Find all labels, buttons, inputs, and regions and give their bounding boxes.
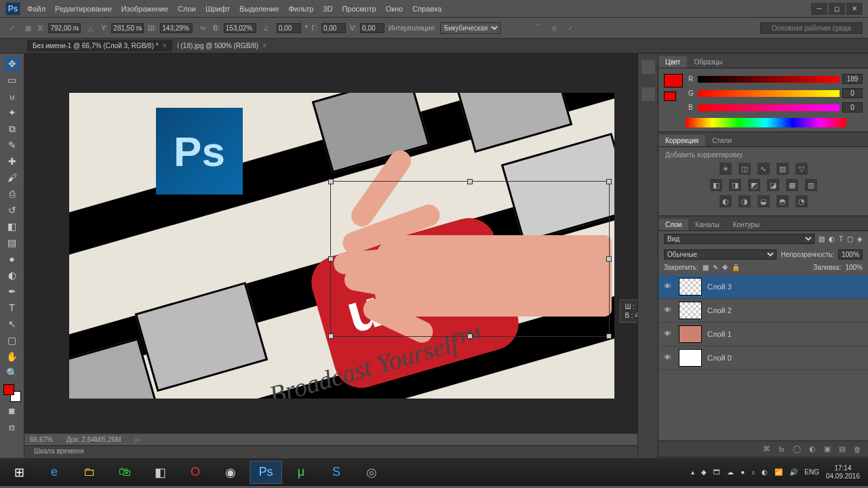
history-panel-icon[interactable] (642, 60, 655, 74)
tab-styles[interactable]: Стили (705, 135, 738, 146)
explorer-icon[interactable]: 🗀 (73, 461, 106, 484)
transform-handle[interactable] (606, 333, 612, 339)
invert-icon[interactable]: ◐ (719, 195, 732, 207)
visibility-icon[interactable]: 👁 (664, 329, 673, 339)
window-maximize-button[interactable]: ◻ (829, 3, 845, 15)
window-minimize-button[interactable]: ─ (811, 3, 827, 15)
opacity-value[interactable]: 100% (838, 249, 863, 260)
workspace-selector[interactable]: Основная рабочая среда (760, 22, 863, 34)
transform-handle[interactable] (328, 333, 334, 339)
layer-row[interactable]: 👁Слой 1 (658, 323, 868, 346)
menu-view[interactable]: Просмотр (342, 5, 376, 13)
menu-edit[interactable]: Редактирование (55, 5, 112, 13)
blend-mode-select[interactable]: Обычные (664, 249, 776, 260)
transform-handle[interactable] (606, 179, 612, 184)
swap-xy-icon[interactable]: △ (85, 22, 97, 34)
filter-type-icon[interactable]: T (839, 235, 843, 243)
app-icon[interactable]: ◧ (144, 461, 176, 484)
tray-clock[interactable]: 17:14 04.09.2016 (826, 464, 860, 481)
blur-tool[interactable]: ● (4, 251, 20, 266)
menu-file[interactable]: Файл (27, 5, 45, 13)
group-icon[interactable]: ▣ (824, 445, 831, 453)
menu-3d[interactable]: 3D (323, 5, 332, 13)
bg-color-swatch[interactable] (664, 92, 676, 101)
canvas-stage[interactable]: ube Broadcast Yourself™ Ps Ш : 7,86 см (24, 54, 637, 458)
transform-handle[interactable] (606, 256, 612, 262)
y-input[interactable] (111, 23, 144, 33)
document-tab-1[interactable]: Без имени-1 @ 66,7% (Слой 3, RGB/8) *× (27, 40, 172, 52)
lut-icon[interactable]: ▦ (786, 179, 798, 191)
gradient-tool[interactable]: ▤ (4, 235, 20, 250)
marquee-tool[interactable]: ▭ (4, 73, 20, 87)
tray-icon[interactable]: ◐ (762, 468, 768, 476)
g-value[interactable]: 0 (842, 88, 863, 98)
delete-layer-icon[interactable]: 🗑 (854, 445, 861, 453)
layer-thumb[interactable] (679, 349, 702, 367)
window-close-button[interactable]: ✕ (846, 3, 863, 15)
r-value[interactable]: 189 (842, 74, 863, 84)
tray-volume-icon[interactable]: 🔊 (789, 468, 797, 476)
move-tool[interactable]: ✥ (4, 56, 20, 71)
close-icon[interactable]: × (262, 42, 267, 49)
layer-filter-select[interactable]: Вид (664, 234, 814, 244)
tab-adjustments[interactable]: Коррекция (658, 135, 705, 146)
tray-icon[interactable]: ☁ (727, 468, 734, 476)
tray-icon[interactable]: 🗔 (713, 468, 720, 476)
utorrent-icon[interactable]: μ (285, 461, 317, 484)
menu-image[interactable]: Изображение (121, 5, 168, 13)
eraser-tool[interactable]: ◧ (4, 219, 20, 234)
shape-tool[interactable]: ▢ (4, 333, 20, 348)
filter-pixel-icon[interactable]: ▧ (818, 235, 825, 243)
lock-all-icon[interactable]: 🔒 (732, 264, 740, 271)
lasso-tool[interactable]: ⩁ (4, 89, 20, 104)
new-layer-icon[interactable]: ▤ (839, 445, 846, 453)
b-slider[interactable] (698, 104, 840, 111)
tray-icon[interactable]: ◆ (701, 468, 707, 476)
tab-swatches[interactable]: Образцы (687, 56, 729, 68)
hskew-input[interactable] (321, 23, 346, 33)
channel-mixer-icon[interactable]: ◪ (767, 179, 779, 191)
w-input[interactable] (160, 23, 193, 33)
layer-name[interactable]: Слой 0 (707, 354, 732, 362)
visibility-icon[interactable]: 👁 (664, 353, 673, 363)
b-value[interactable]: 0 (842, 102, 863, 113)
tab-paths[interactable]: Контуры (726, 219, 766, 230)
menu-filter[interactable]: Фильтр (288, 5, 313, 13)
menu-help[interactable]: Справка (412, 5, 441, 13)
layer-name[interactable]: Слой 3 (707, 283, 732, 291)
path-select-tool[interactable]: ↖ (4, 317, 20, 331)
type-tool[interactable]: T (4, 300, 20, 315)
layer-thumb[interactable] (679, 278, 702, 296)
zoom-tool[interactable]: 🔍 (4, 365, 20, 380)
link-layers-icon[interactable]: ⌘ (763, 445, 770, 453)
transform-handle[interactable] (328, 256, 334, 262)
pen-tool[interactable]: ✒ (4, 284, 20, 299)
curves-icon[interactable]: ∿ (757, 163, 770, 175)
adj-layer-icon[interactable]: ◐ (809, 445, 816, 453)
free-transform-bounds[interactable]: Ш : 7,86 см В : 4,57 см (330, 181, 610, 337)
tab-layers[interactable]: Слои (658, 219, 688, 230)
filter-shape-icon[interactable]: ▢ (847, 235, 853, 243)
fg-color-swatch[interactable] (664, 74, 683, 87)
layer-name[interactable]: Слой 1 (707, 330, 732, 338)
lock-trans-icon[interactable]: ▦ (703, 264, 709, 271)
menu-select[interactable]: Выделение (239, 5, 279, 13)
x-input[interactable] (48, 23, 81, 33)
menu-type[interactable]: Шрифт (205, 5, 230, 13)
close-icon[interactable]: × (163, 42, 167, 49)
mask-icon[interactable]: ◯ (793, 445, 801, 453)
tray-icon[interactable]: ♪ (751, 468, 755, 476)
document-canvas[interactable]: ube Broadcast Yourself™ Ps Ш : 7,86 см (69, 93, 614, 399)
exposure-icon[interactable]: ▨ (776, 163, 789, 175)
interp-select[interactable]: Бикубическая (440, 22, 500, 34)
layer-row[interactable]: 👁Слой 2 (658, 299, 868, 323)
warp-icon[interactable]: ⌒ (532, 22, 544, 34)
menu-layer[interactable]: Слои (178, 5, 196, 13)
transform-handle[interactable] (467, 179, 473, 184)
hue-icon[interactable]: ◧ (710, 179, 722, 191)
layer-thumb[interactable] (679, 302, 702, 319)
collapsed-panel-dock[interactable] (637, 54, 658, 458)
system-tray[interactable]: ▴ ◆ 🗔 ☁ ● ♪ ◐ 📶 🔊 ENG 17:14 04.09.2016 (691, 464, 865, 481)
eyedropper-tool[interactable]: ✎ (4, 138, 20, 152)
fx-icon[interactable]: fx (778, 445, 785, 453)
